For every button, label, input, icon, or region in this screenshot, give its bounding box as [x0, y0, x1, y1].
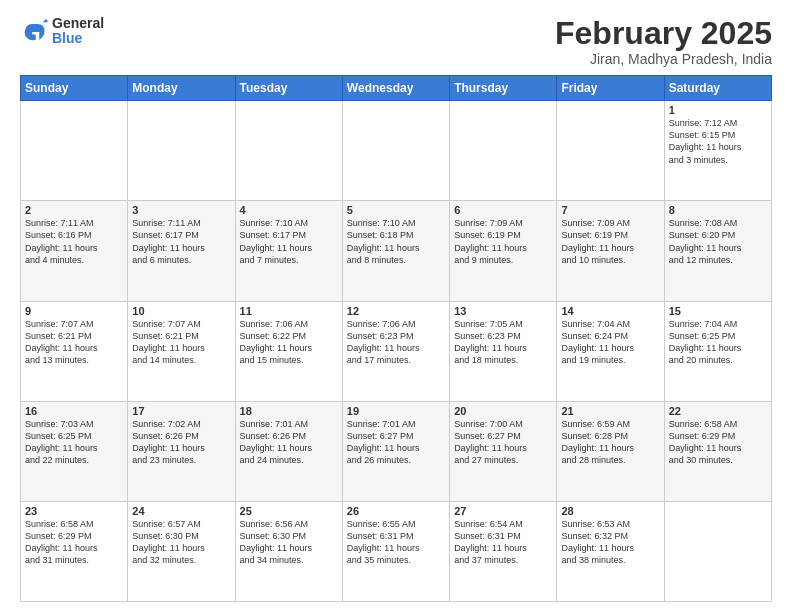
calendar-cell: 27Sunrise: 6:54 AM Sunset: 6:31 PM Dayli…	[450, 501, 557, 601]
day-info: Sunrise: 6:58 AM Sunset: 6:29 PM Dayligh…	[25, 518, 123, 567]
day-number: 15	[669, 305, 767, 317]
header: General Blue February 2025 Jiran, Madhya…	[20, 16, 772, 67]
day-info: Sunrise: 7:07 AM Sunset: 6:21 PM Dayligh…	[132, 318, 230, 367]
calendar-cell	[128, 101, 235, 201]
calendar-header-tuesday: Tuesday	[235, 76, 342, 101]
calendar-week-2: 9Sunrise: 7:07 AM Sunset: 6:21 PM Daylig…	[21, 301, 772, 401]
calendar-cell: 17Sunrise: 7:02 AM Sunset: 6:26 PM Dayli…	[128, 401, 235, 501]
calendar-header-wednesday: Wednesday	[342, 76, 449, 101]
day-number: 20	[454, 405, 552, 417]
calendar-cell	[557, 101, 664, 201]
day-info: Sunrise: 7:10 AM Sunset: 6:17 PM Dayligh…	[240, 217, 338, 266]
day-number: 6	[454, 204, 552, 216]
day-info: Sunrise: 6:59 AM Sunset: 6:28 PM Dayligh…	[561, 418, 659, 467]
calendar-table: SundayMondayTuesdayWednesdayThursdayFrid…	[20, 75, 772, 602]
logo-general: General	[52, 16, 104, 31]
day-number: 8	[669, 204, 767, 216]
day-info: Sunrise: 7:03 AM Sunset: 6:25 PM Dayligh…	[25, 418, 123, 467]
day-number: 5	[347, 204, 445, 216]
calendar-cell: 15Sunrise: 7:04 AM Sunset: 6:25 PM Dayli…	[664, 301, 771, 401]
day-info: Sunrise: 6:58 AM Sunset: 6:29 PM Dayligh…	[669, 418, 767, 467]
day-info: Sunrise: 7:04 AM Sunset: 6:24 PM Dayligh…	[561, 318, 659, 367]
day-info: Sunrise: 7:06 AM Sunset: 6:22 PM Dayligh…	[240, 318, 338, 367]
day-number: 12	[347, 305, 445, 317]
logo: General Blue	[20, 16, 104, 47]
day-info: Sunrise: 7:11 AM Sunset: 6:16 PM Dayligh…	[25, 217, 123, 266]
calendar-cell: 2Sunrise: 7:11 AM Sunset: 6:16 PM Daylig…	[21, 201, 128, 301]
calendar-week-1: 2Sunrise: 7:11 AM Sunset: 6:16 PM Daylig…	[21, 201, 772, 301]
day-number: 4	[240, 204, 338, 216]
calendar-cell	[664, 501, 771, 601]
day-number: 27	[454, 505, 552, 517]
month-title: February 2025	[555, 16, 772, 51]
calendar-week-0: 1Sunrise: 7:12 AM Sunset: 6:15 PM Daylig…	[21, 101, 772, 201]
calendar-cell: 24Sunrise: 6:57 AM Sunset: 6:30 PM Dayli…	[128, 501, 235, 601]
day-number: 13	[454, 305, 552, 317]
page: General Blue February 2025 Jiran, Madhya…	[0, 0, 792, 612]
calendar-cell: 20Sunrise: 7:00 AM Sunset: 6:27 PM Dayli…	[450, 401, 557, 501]
day-number: 26	[347, 505, 445, 517]
logo-icon	[20, 17, 48, 45]
title-section: February 2025 Jiran, Madhya Pradesh, Ind…	[555, 16, 772, 67]
calendar-cell: 16Sunrise: 7:03 AM Sunset: 6:25 PM Dayli…	[21, 401, 128, 501]
calendar-cell: 5Sunrise: 7:10 AM Sunset: 6:18 PM Daylig…	[342, 201, 449, 301]
calendar-week-3: 16Sunrise: 7:03 AM Sunset: 6:25 PM Dayli…	[21, 401, 772, 501]
calendar-cell: 21Sunrise: 6:59 AM Sunset: 6:28 PM Dayli…	[557, 401, 664, 501]
day-info: Sunrise: 7:04 AM Sunset: 6:25 PM Dayligh…	[669, 318, 767, 367]
calendar-cell: 4Sunrise: 7:10 AM Sunset: 6:17 PM Daylig…	[235, 201, 342, 301]
calendar-cell: 22Sunrise: 6:58 AM Sunset: 6:29 PM Dayli…	[664, 401, 771, 501]
day-number: 19	[347, 405, 445, 417]
day-info: Sunrise: 6:57 AM Sunset: 6:30 PM Dayligh…	[132, 518, 230, 567]
calendar-cell: 26Sunrise: 6:55 AM Sunset: 6:31 PM Dayli…	[342, 501, 449, 601]
calendar-cell: 9Sunrise: 7:07 AM Sunset: 6:21 PM Daylig…	[21, 301, 128, 401]
day-number: 2	[25, 204, 123, 216]
logo-text: General Blue	[52, 16, 104, 47]
day-number: 14	[561, 305, 659, 317]
day-number: 28	[561, 505, 659, 517]
day-number: 23	[25, 505, 123, 517]
day-number: 24	[132, 505, 230, 517]
calendar-header-row: SundayMondayTuesdayWednesdayThursdayFrid…	[21, 76, 772, 101]
day-info: Sunrise: 7:08 AM Sunset: 6:20 PM Dayligh…	[669, 217, 767, 266]
day-number: 1	[669, 104, 767, 116]
calendar-cell: 14Sunrise: 7:04 AM Sunset: 6:24 PM Dayli…	[557, 301, 664, 401]
day-number: 22	[669, 405, 767, 417]
calendar-cell: 19Sunrise: 7:01 AM Sunset: 6:27 PM Dayli…	[342, 401, 449, 501]
calendar-cell	[450, 101, 557, 201]
day-info: Sunrise: 6:54 AM Sunset: 6:31 PM Dayligh…	[454, 518, 552, 567]
calendar-cell: 1Sunrise: 7:12 AM Sunset: 6:15 PM Daylig…	[664, 101, 771, 201]
calendar-cell	[342, 101, 449, 201]
location: Jiran, Madhya Pradesh, India	[555, 51, 772, 67]
calendar-cell: 23Sunrise: 6:58 AM Sunset: 6:29 PM Dayli…	[21, 501, 128, 601]
day-info: Sunrise: 7:02 AM Sunset: 6:26 PM Dayligh…	[132, 418, 230, 467]
calendar-header-thursday: Thursday	[450, 76, 557, 101]
day-info: Sunrise: 6:56 AM Sunset: 6:30 PM Dayligh…	[240, 518, 338, 567]
day-info: Sunrise: 6:53 AM Sunset: 6:32 PM Dayligh…	[561, 518, 659, 567]
day-info: Sunrise: 7:12 AM Sunset: 6:15 PM Dayligh…	[669, 117, 767, 166]
calendar-header-monday: Monday	[128, 76, 235, 101]
calendar-cell: 11Sunrise: 7:06 AM Sunset: 6:22 PM Dayli…	[235, 301, 342, 401]
day-number: 17	[132, 405, 230, 417]
calendar-cell: 10Sunrise: 7:07 AM Sunset: 6:21 PM Dayli…	[128, 301, 235, 401]
calendar-cell	[21, 101, 128, 201]
day-info: Sunrise: 7:06 AM Sunset: 6:23 PM Dayligh…	[347, 318, 445, 367]
day-number: 21	[561, 405, 659, 417]
calendar-cell: 13Sunrise: 7:05 AM Sunset: 6:23 PM Dayli…	[450, 301, 557, 401]
day-info: Sunrise: 7:09 AM Sunset: 6:19 PM Dayligh…	[561, 217, 659, 266]
calendar-header-sunday: Sunday	[21, 76, 128, 101]
calendar-cell: 8Sunrise: 7:08 AM Sunset: 6:20 PM Daylig…	[664, 201, 771, 301]
calendar-cell: 18Sunrise: 7:01 AM Sunset: 6:26 PM Dayli…	[235, 401, 342, 501]
day-number: 25	[240, 505, 338, 517]
calendar-cell: 28Sunrise: 6:53 AM Sunset: 6:32 PM Dayli…	[557, 501, 664, 601]
calendar-cell: 7Sunrise: 7:09 AM Sunset: 6:19 PM Daylig…	[557, 201, 664, 301]
day-info: Sunrise: 7:05 AM Sunset: 6:23 PM Dayligh…	[454, 318, 552, 367]
day-number: 3	[132, 204, 230, 216]
day-info: Sunrise: 7:11 AM Sunset: 6:17 PM Dayligh…	[132, 217, 230, 266]
day-number: 11	[240, 305, 338, 317]
day-number: 16	[25, 405, 123, 417]
calendar-week-4: 23Sunrise: 6:58 AM Sunset: 6:29 PM Dayli…	[21, 501, 772, 601]
calendar-cell: 25Sunrise: 6:56 AM Sunset: 6:30 PM Dayli…	[235, 501, 342, 601]
calendar-cell	[235, 101, 342, 201]
day-number: 7	[561, 204, 659, 216]
day-number: 18	[240, 405, 338, 417]
